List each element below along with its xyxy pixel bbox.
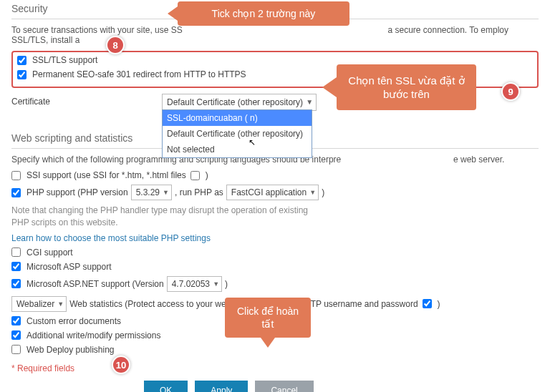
ok-button[interactable]: OK [144,381,188,392]
chevron-down-icon: ▼ [213,278,219,290]
chevron-down-icon: ▼ [306,96,313,109]
php-version-value: 5.3.29 [136,186,160,199]
php-mode-value: FastCGI application [231,186,307,199]
aspnet-checkbox[interactable] [11,279,21,288]
certificate-label: Certificate [11,94,162,109]
php-mode-select[interactable]: FastCGI application ▼ [226,185,319,200]
security-desc-left: To secure transactions with your site, u… [11,25,183,35]
step-badge-9: 9 [501,82,520,101]
webstats-close: ) [438,299,440,309]
custom-error-label: Custom error documents [26,316,121,326]
write-modify-checkbox[interactable] [11,330,21,340]
step-badge-8: 8 [106,36,125,54]
php-note-line1: Note that changing the PHP handler type … [11,205,539,217]
php-checkbox[interactable] [11,188,21,197]
php-settings-link[interactable]: Learn how to choose the most suitable PH… [11,233,539,243]
scripting-desc-tail: e web server. [453,155,504,165]
cgi-checkbox[interactable] [11,248,21,257]
ssi-close: ) [206,170,208,180]
webstats-engine-select[interactable]: Webalizer ▼ [11,296,67,312]
certificate-option-none[interactable]: Not selected [163,142,312,157]
ssi-checkbox[interactable] [11,171,21,180]
php-close: ) [322,187,324,197]
step-badge-10: 10 [112,356,130,374]
run-php-as-label: , run PHP as [175,187,223,197]
webdeploy-label: Web Deploy publishing [26,345,115,355]
annotation-click-finish: Click để hoàn tất [225,298,311,338]
webdeploy-checkbox[interactable] [11,345,21,354]
certificate-select[interactable]: Default Certificate (other repository) ▼ [162,94,317,111]
webstats-engine-value: Webalizer [16,298,54,310]
ssi-label: SSI support (use SSI for *.htm, *.html f… [26,170,186,180]
chevron-down-icon: ▼ [309,186,316,199]
chevron-down-icon: ▼ [57,298,64,310]
certificate-option-default[interactable]: Default Certificate (other repository) [163,126,312,142]
asp-checkbox[interactable] [11,262,21,271]
certificate-selected-value: Default Certificate (other repository) [167,97,303,107]
asp-label: Microsoft ASP support [26,262,112,272]
ssi-files-checkbox[interactable] [190,171,200,180]
custom-error-checkbox[interactable] [11,316,21,325]
php-version-select[interactable]: 5.3.29 ▼ [131,185,172,200]
redirect-label: Permanent SEO-safe 301 redirect from HTT… [32,69,246,79]
php-note: Note that changing the PHP handler type … [11,205,539,229]
security-desc: To secure transactions with your site, u… [11,25,539,45]
required-fields-note: * Required fields [11,363,539,373]
write-modify-label: Additional write/modify permissions [26,330,160,340]
apply-button[interactable]: Apply [195,381,248,392]
php-label: PHP support (PHP version [26,187,128,197]
webstats-protect-checkbox[interactable] [423,299,432,308]
ssl-tls-checkbox[interactable] [17,56,26,65]
cgi-label: CGI support [26,248,73,258]
annotation-choose-ssl: Chọn tên SSL vừa đặt ở bước trên [337,64,476,110]
aspnet-version-value: 4.7.02053 [172,278,210,290]
certificate-dropdown: SSL-domaincuaban ( n) Default Certificat… [162,109,312,158]
aspnet-version-select[interactable]: 4.7.02053 ▼ [167,276,222,292]
certificate-option-ssl[interactable]: SSL-domaincuaban ( n) [163,110,312,126]
aspnet-close: ) [225,279,228,289]
ssl-tls-label: SSL/TLS support [32,55,97,65]
cancel-button[interactable]: Cancel [255,381,313,392]
php-note-line2: PHP scripts on this website. [11,217,539,229]
annotation-tick-fields: Tick chọn 2 trường này [178,1,349,26]
aspnet-label: Microsoft ASP.NET support (Version [26,279,164,289]
redirect-checkbox[interactable] [17,70,26,79]
chevron-down-icon: ▼ [163,186,169,199]
